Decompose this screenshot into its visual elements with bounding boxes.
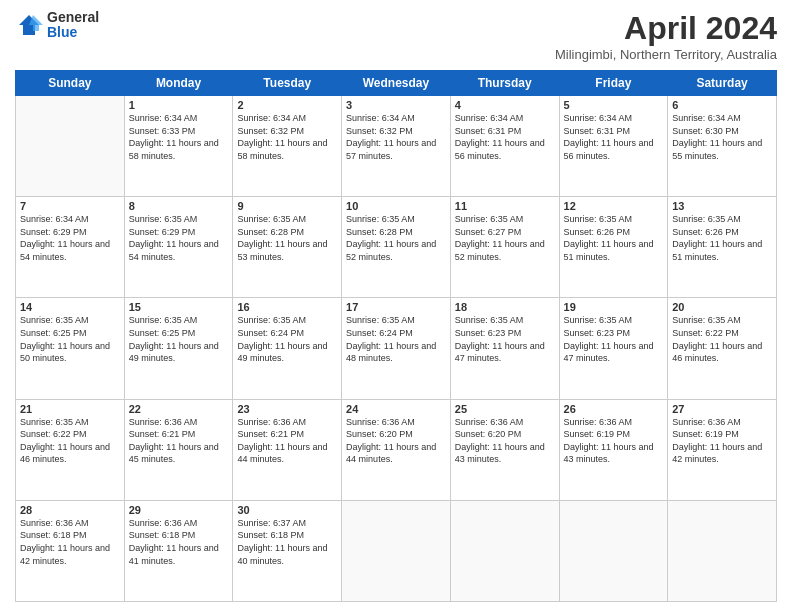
day-info: Sunrise: 6:34 AMSunset: 6:31 PMDaylight:… [564,113,654,161]
day-info: Sunrise: 6:35 AMSunset: 6:22 PMDaylight:… [20,417,110,465]
table-row: 30 Sunrise: 6:37 AMSunset: 6:18 PMDaylig… [233,500,342,601]
day-info: Sunrise: 6:35 AMSunset: 6:24 PMDaylight:… [346,315,436,363]
day-info: Sunrise: 6:35 AMSunset: 6:28 PMDaylight:… [346,214,436,262]
day-info: Sunrise: 6:35 AMSunset: 6:23 PMDaylight:… [564,315,654,363]
col-sunday: Sunday [16,71,125,96]
page: General Blue April 2024 Milingimbi, Nort… [0,0,792,612]
day-number: 5 [564,99,664,111]
day-number: 12 [564,200,664,212]
day-info: Sunrise: 6:36 AMSunset: 6:21 PMDaylight:… [129,417,219,465]
day-info: Sunrise: 6:36 AMSunset: 6:18 PMDaylight:… [20,518,110,566]
header: General Blue April 2024 Milingimbi, Nort… [15,10,777,62]
day-info: Sunrise: 6:36 AMSunset: 6:18 PMDaylight:… [129,518,219,566]
day-number: 17 [346,301,446,313]
day-info: Sunrise: 6:34 AMSunset: 6:33 PMDaylight:… [129,113,219,161]
table-row: 9 Sunrise: 6:35 AMSunset: 6:28 PMDayligh… [233,197,342,298]
table-row: 6 Sunrise: 6:34 AMSunset: 6:30 PMDayligh… [668,96,777,197]
col-friday: Friday [559,71,668,96]
col-saturday: Saturday [668,71,777,96]
day-info: Sunrise: 6:36 AMSunset: 6:21 PMDaylight:… [237,417,327,465]
day-number: 7 [20,200,120,212]
day-number: 20 [672,301,772,313]
day-number: 29 [129,504,229,516]
day-info: Sunrise: 6:36 AMSunset: 6:20 PMDaylight:… [346,417,436,465]
day-number: 4 [455,99,555,111]
table-row: 5 Sunrise: 6:34 AMSunset: 6:31 PMDayligh… [559,96,668,197]
table-row: 12 Sunrise: 6:35 AMSunset: 6:26 PMDaylig… [559,197,668,298]
title-block: April 2024 Milingimbi, Northern Territor… [555,10,777,62]
day-info: Sunrise: 6:35 AMSunset: 6:28 PMDaylight:… [237,214,327,262]
table-row: 20 Sunrise: 6:35 AMSunset: 6:22 PMDaylig… [668,298,777,399]
table-row: 1 Sunrise: 6:34 AMSunset: 6:33 PMDayligh… [124,96,233,197]
day-info: Sunrise: 6:35 AMSunset: 6:23 PMDaylight:… [455,315,545,363]
day-info: Sunrise: 6:35 AMSunset: 6:29 PMDaylight:… [129,214,219,262]
day-number: 23 [237,403,337,415]
table-row: 26 Sunrise: 6:36 AMSunset: 6:19 PMDaylig… [559,399,668,500]
day-number: 1 [129,99,229,111]
table-row: 28 Sunrise: 6:36 AMSunset: 6:18 PMDaylig… [16,500,125,601]
day-number: 10 [346,200,446,212]
day-info: Sunrise: 6:34 AMSunset: 6:32 PMDaylight:… [237,113,327,161]
table-row: 29 Sunrise: 6:36 AMSunset: 6:18 PMDaylig… [124,500,233,601]
day-number: 15 [129,301,229,313]
table-row: 21 Sunrise: 6:35 AMSunset: 6:22 PMDaylig… [16,399,125,500]
day-number: 27 [672,403,772,415]
day-number: 13 [672,200,772,212]
day-info: Sunrise: 6:34 AMSunset: 6:31 PMDaylight:… [455,113,545,161]
col-wednesday: Wednesday [342,71,451,96]
day-info: Sunrise: 6:34 AMSunset: 6:32 PMDaylight:… [346,113,436,161]
day-info: Sunrise: 6:35 AMSunset: 6:24 PMDaylight:… [237,315,327,363]
day-info: Sunrise: 6:35 AMSunset: 6:26 PMDaylight:… [672,214,762,262]
day-number: 9 [237,200,337,212]
table-row [559,500,668,601]
table-row: 23 Sunrise: 6:36 AMSunset: 6:21 PMDaylig… [233,399,342,500]
table-row: 7 Sunrise: 6:34 AMSunset: 6:29 PMDayligh… [16,197,125,298]
table-row: 18 Sunrise: 6:35 AMSunset: 6:23 PMDaylig… [450,298,559,399]
table-row [16,96,125,197]
table-row: 27 Sunrise: 6:36 AMSunset: 6:19 PMDaylig… [668,399,777,500]
logo-blue-text: Blue [47,25,99,40]
table-row: 19 Sunrise: 6:35 AMSunset: 6:23 PMDaylig… [559,298,668,399]
day-number: 21 [20,403,120,415]
col-tuesday: Tuesday [233,71,342,96]
day-number: 8 [129,200,229,212]
day-info: Sunrise: 6:36 AMSunset: 6:19 PMDaylight:… [564,417,654,465]
table-row: 17 Sunrise: 6:35 AMSunset: 6:24 PMDaylig… [342,298,451,399]
table-row: 3 Sunrise: 6:34 AMSunset: 6:32 PMDayligh… [342,96,451,197]
table-row: 8 Sunrise: 6:35 AMSunset: 6:29 PMDayligh… [124,197,233,298]
calendar-week-row: 7 Sunrise: 6:34 AMSunset: 6:29 PMDayligh… [16,197,777,298]
table-row: 25 Sunrise: 6:36 AMSunset: 6:20 PMDaylig… [450,399,559,500]
day-info: Sunrise: 6:35 AMSunset: 6:22 PMDaylight:… [672,315,762,363]
day-info: Sunrise: 6:36 AMSunset: 6:19 PMDaylight:… [672,417,762,465]
subtitle: Milingimbi, Northern Territory, Australi… [555,47,777,62]
calendar-week-row: 1 Sunrise: 6:34 AMSunset: 6:33 PMDayligh… [16,96,777,197]
day-info: Sunrise: 6:35 AMSunset: 6:25 PMDaylight:… [129,315,219,363]
calendar-header-row: Sunday Monday Tuesday Wednesday Thursday… [16,71,777,96]
table-row [342,500,451,601]
logo: General Blue [15,10,99,41]
day-number: 2 [237,99,337,111]
day-info: Sunrise: 6:36 AMSunset: 6:20 PMDaylight:… [455,417,545,465]
day-info: Sunrise: 6:35 AMSunset: 6:25 PMDaylight:… [20,315,110,363]
table-row: 2 Sunrise: 6:34 AMSunset: 6:32 PMDayligh… [233,96,342,197]
day-info: Sunrise: 6:34 AMSunset: 6:29 PMDaylight:… [20,214,110,262]
day-info: Sunrise: 6:35 AMSunset: 6:27 PMDaylight:… [455,214,545,262]
day-number: 16 [237,301,337,313]
day-number: 30 [237,504,337,516]
day-number: 28 [20,504,120,516]
day-info: Sunrise: 6:34 AMSunset: 6:30 PMDaylight:… [672,113,762,161]
table-row [668,500,777,601]
day-info: Sunrise: 6:37 AMSunset: 6:18 PMDaylight:… [237,518,327,566]
logo-text: General Blue [47,10,99,41]
day-number: 6 [672,99,772,111]
calendar-table: Sunday Monday Tuesday Wednesday Thursday… [15,70,777,602]
main-title: April 2024 [555,10,777,47]
table-row: 16 Sunrise: 6:35 AMSunset: 6:24 PMDaylig… [233,298,342,399]
table-row: 11 Sunrise: 6:35 AMSunset: 6:27 PMDaylig… [450,197,559,298]
day-number: 24 [346,403,446,415]
day-number: 19 [564,301,664,313]
table-row: 14 Sunrise: 6:35 AMSunset: 6:25 PMDaylig… [16,298,125,399]
table-row: 10 Sunrise: 6:35 AMSunset: 6:28 PMDaylig… [342,197,451,298]
day-info: Sunrise: 6:35 AMSunset: 6:26 PMDaylight:… [564,214,654,262]
day-number: 18 [455,301,555,313]
